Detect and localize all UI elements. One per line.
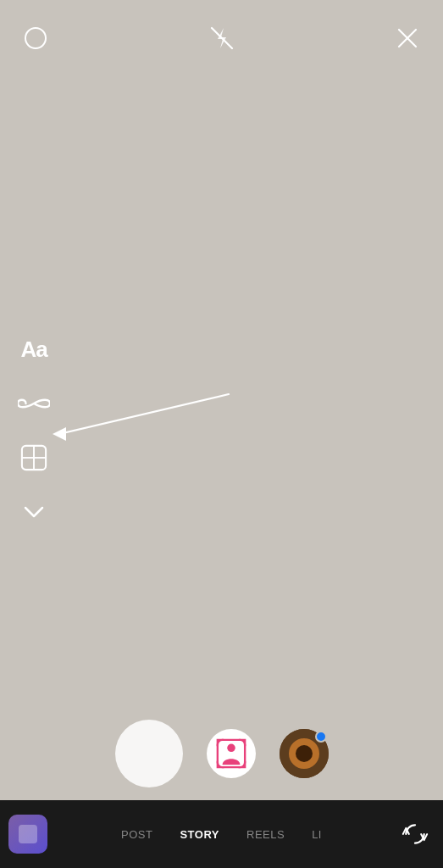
arrow-annotation: [51, 390, 229, 458]
flip-camera-button[interactable]: [396, 815, 435, 854]
svg-marker-8: [53, 427, 66, 441]
tab-post[interactable]: POST: [118, 825, 156, 844]
svg-point-10: [227, 744, 235, 753]
svg-point-0: [25, 28, 46, 48]
tab-live[interactable]: LI: [308, 825, 325, 844]
tab-story[interactable]: STORY: [176, 825, 223, 844]
shutter-button[interactable]: [115, 720, 183, 787]
settings-button[interactable]: [20, 23, 51, 53]
flash-button[interactable]: [207, 23, 237, 53]
boomerang-button[interactable]: [15, 385, 53, 422]
left-toolbar: Aa: [15, 331, 53, 531]
top-bar: [0, 0, 443, 59]
ar-effects-button[interactable]: [207, 729, 256, 778]
bottom-capture-area: [0, 707, 443, 800]
collapse-button[interactable]: [15, 493, 53, 531]
bottom-nav: POST STORY REELS LI: [0, 800, 443, 868]
svg-line-7: [59, 394, 229, 434]
nav-tabs: POST STORY REELS LI: [47, 825, 396, 844]
close-button[interactable]: [392, 23, 423, 53]
camera-view: Aa: [0, 0, 443, 868]
tab-reels[interactable]: REELS: [243, 825, 288, 844]
text-tool-button[interactable]: Aa: [15, 331, 53, 368]
layout-button[interactable]: [15, 439, 53, 476]
profile-thumbnail[interactable]: [280, 729, 329, 778]
gallery-thumbnail[interactable]: [8, 815, 47, 854]
notification-dot: [315, 731, 327, 743]
